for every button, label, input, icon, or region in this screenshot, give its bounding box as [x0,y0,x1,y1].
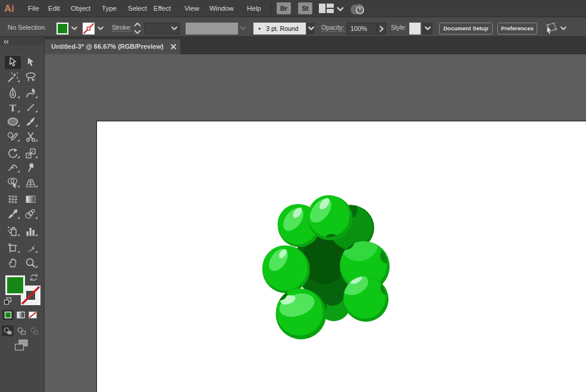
svg-text:T: T [10,102,17,114]
